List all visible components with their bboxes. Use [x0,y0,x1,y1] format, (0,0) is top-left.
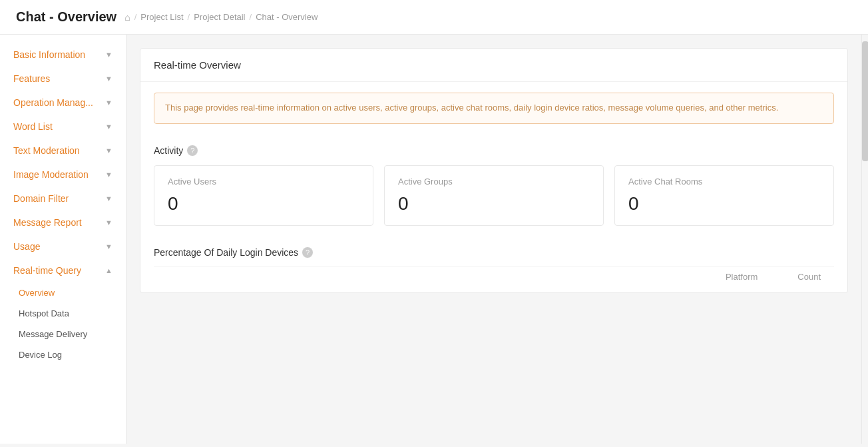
sidebar-item-label: Text Moderation [13,145,80,156]
active-users-value: 0 [168,193,359,215]
info-box-text: This page provides real-time information… [165,101,823,115]
chevron-down-icon: ▼ [105,99,112,107]
sidebar-item-label: Real-time Query [13,265,81,276]
daily-login-help-icon[interactable]: ? [302,247,313,258]
sidebar-item-word-list[interactable]: Word List ▼ [0,115,126,139]
daily-login-section: Percentage Of Daily Login Devices ? Plat… [140,236,847,292]
breadcrumb-project-list[interactable]: Project List [140,12,183,22]
sidebar-item-image-moderation[interactable]: Image Moderation ▼ [0,163,126,187]
chevron-down-icon: ▼ [105,219,112,226]
chevron-down-icon: ▼ [105,195,112,203]
daily-login-title: Percentage Of Daily Login Devices ? [154,247,834,258]
sidebar-sub-item-hotspot-data[interactable]: Hotspot Data [0,303,126,324]
activity-help-icon[interactable]: ? [187,145,198,156]
chevron-down-icon: ▼ [105,147,112,155]
breadcrumb-project-detail[interactable]: Project Detail [194,12,245,22]
sidebar-sub-item-device-log[interactable]: Device Log [0,344,126,365]
chevron-down-icon: ▼ [105,242,112,250]
sidebar-sub-item-label: Device Log [19,350,62,360]
sidebar-item-label: Basic Information [13,49,85,60]
sidebar-item-domain-filter[interactable]: Domain Filter ▼ [0,187,126,211]
metric-card-active-users: Active Users 0 [154,165,373,226]
active-chat-rooms-value: 0 [628,193,820,215]
sidebar-item-usage[interactable]: Usage ▼ [0,234,126,258]
active-chat-rooms-label: Active Chat Rooms [628,177,820,187]
chevron-down-icon: ▼ [105,75,112,83]
table-header: Platform Count [154,266,834,287]
sidebar-item-label: Message Report [13,217,82,228]
sidebar-sub-item-overview[interactable]: Overview [0,282,126,303]
sidebar-item-label: Word List [13,121,53,132]
sidebar-sub-item-label: Overview [19,288,55,298]
realtime-overview-title: Real-time Overview [154,59,241,71]
breadcrumb-sep-2: / [250,12,252,22]
sidebar-sub-item-message-delivery[interactable]: Message Delivery [0,324,126,344]
header: Chat - Overview ⌂ / Project List / Proje… [0,0,868,35]
layout: Basic Information ▼ Features ▼ Operation… [0,35,868,444]
main-content: Real-time Overview This page provides re… [126,35,861,444]
sidebar-item-label: Features [13,73,50,84]
sidebar: Basic Information ▼ Features ▼ Operation… [0,35,126,444]
realtime-overview-card: Real-time Overview This page provides re… [140,48,848,293]
metric-cards: Active Users 0 Active Groups 0 Active Ch… [154,165,834,226]
sidebar-sub-item-label: Hotspot Data [19,308,69,318]
metric-card-active-groups: Active Groups 0 [384,165,604,226]
chevron-down-icon: ▼ [105,123,112,131]
sidebar-item-operation-manage[interactable]: Operation Manag... ▼ [0,91,126,115]
metric-card-active-chat-rooms: Active Chat Rooms 0 [614,165,834,226]
main-wrapper: Real-time Overview This page provides re… [126,35,868,444]
page-title: Chat - Overview [16,9,116,25]
active-groups-label: Active Groups [398,177,590,187]
sidebar-sub-item-label: Message Delivery [19,329,87,339]
daily-login-label: Percentage Of Daily Login Devices [154,247,298,258]
sidebar-item-text-moderation[interactable]: Text Moderation ▼ [0,139,126,163]
breadcrumb-chat-overview: Chat - Overview [256,12,318,22]
scrollbar-thumb[interactable] [862,41,868,161]
sidebar-item-basic-information[interactable]: Basic Information ▼ [0,43,126,67]
breadcrumb-sep-1: / [188,12,190,22]
table-col-count: Count [797,272,821,282]
activity-label: Activity [154,145,183,156]
chevron-down-icon: ▼ [105,51,112,59]
sidebar-item-label: Usage [13,241,40,252]
scrollbar-track[interactable] [861,35,868,444]
activity-section: Activity ? Active Users 0 Active Groups … [140,135,847,236]
chevron-down-icon: ▼ [105,171,112,179]
breadcrumb: ⌂ / Project List / Project Detail / Chat… [124,12,318,23]
active-users-label: Active Users [168,177,359,187]
info-box: This page provides real-time information… [154,93,834,124]
table-col-platform: Platform [726,272,758,282]
active-groups-value: 0 [398,193,590,215]
activity-title: Activity ? [154,145,834,156]
home-icon[interactable]: ⌂ [124,12,130,23]
sidebar-item-realtime-query[interactable]: Real-time Query ▲ [0,258,126,282]
breadcrumb-sep-0: / [134,12,137,22]
realtime-overview-header: Real-time Overview [140,49,847,82]
sidebar-item-label: Operation Manag... [13,97,93,108]
sidebar-item-label: Image Moderation [13,169,89,180]
sidebar-item-features[interactable]: Features ▼ [0,67,126,91]
sidebar-item-label: Domain Filter [13,193,69,204]
chevron-up-icon: ▲ [105,266,112,274]
sidebar-item-message-report[interactable]: Message Report ▼ [0,211,126,234]
